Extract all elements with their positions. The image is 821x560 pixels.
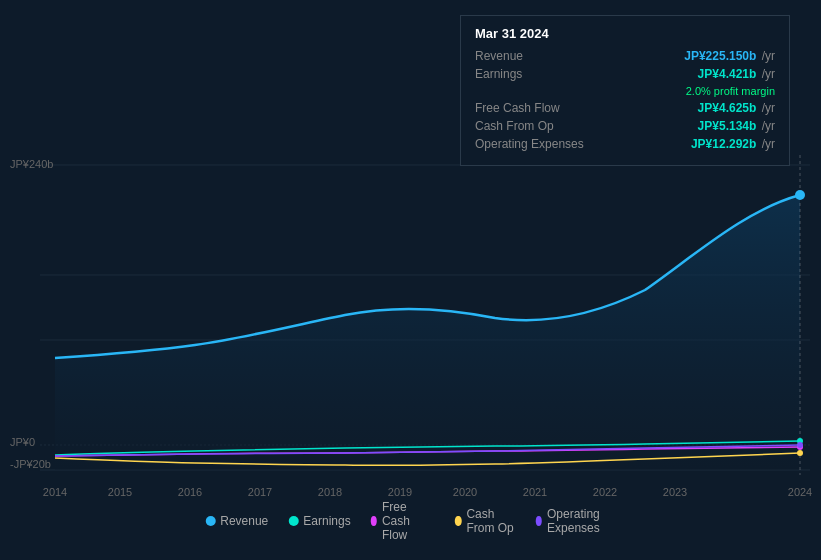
tooltip-label-earnings: Earnings	[475, 67, 605, 81]
legend-label-opex: Operating Expenses	[547, 507, 616, 535]
tooltip-row-opex: Operating Expenses JP¥12.292b /yr	[475, 137, 775, 151]
tooltip-label-opex: Operating Expenses	[475, 137, 605, 151]
x-label-2023: 2023	[663, 486, 687, 498]
legend-dot-cashfromop	[455, 516, 461, 526]
x-label-2021: 2021	[523, 486, 547, 498]
tooltip-value-revenue: JP¥225.150b	[684, 49, 756, 63]
legend-label-fcf: Free Cash Flow	[382, 500, 435, 542]
x-label-2014: 2014	[43, 486, 67, 498]
x-label-2022: 2022	[593, 486, 617, 498]
legend-item-opex[interactable]: Operating Expenses	[536, 507, 616, 535]
y-label-bot: -JP¥20b	[10, 458, 51, 470]
x-label-2017: 2017	[248, 486, 272, 498]
legend-item-cashfromop[interactable]: Cash From Op	[455, 507, 516, 535]
tooltip-label-revenue: Revenue	[475, 49, 605, 63]
x-label-2015: 2015	[108, 486, 132, 498]
x-label-2020: 2020	[453, 486, 477, 498]
tooltip-profit-margin: 2.0% profit margin	[686, 85, 775, 97]
legend-dot-earnings	[288, 516, 298, 526]
legend-item-fcf[interactable]: Free Cash Flow	[371, 500, 435, 542]
tooltip-value-opex: JP¥12.292b	[691, 137, 756, 151]
legend-item-revenue[interactable]: Revenue	[205, 514, 268, 528]
x-label-2019: 2019	[388, 486, 412, 498]
legend-label-cashfromop: Cash From Op	[466, 507, 515, 535]
legend-dot-fcf	[371, 516, 377, 526]
x-label-2016: 2016	[178, 486, 202, 498]
y-label-mid: JP¥0	[10, 436, 35, 448]
tooltip-label-fcf: Free Cash Flow	[475, 101, 605, 115]
tooltip-label-cashfromop: Cash From Op	[475, 119, 605, 133]
svg-point-10	[797, 442, 803, 448]
legend-dot-revenue	[205, 516, 215, 526]
legend-label-earnings: Earnings	[303, 514, 350, 528]
tooltip-row-revenue: Revenue JP¥225.150b /yr	[475, 49, 775, 63]
legend-dot-opex	[536, 516, 542, 526]
x-label-2024: 2024	[788, 486, 812, 498]
tooltip-row-profit-margin: 2.0% profit margin	[475, 85, 775, 97]
tooltip-value-fcf: JP¥4.625b	[698, 101, 757, 115]
svg-point-9	[797, 450, 803, 456]
tooltip-row-fcf: Free Cash Flow JP¥4.625b /yr	[475, 101, 775, 115]
tooltip-row-earnings: Earnings JP¥4.421b /yr	[475, 67, 775, 81]
legend-item-earnings[interactable]: Earnings	[288, 514, 350, 528]
tooltip-value-cashfromop: JP¥5.134b	[698, 119, 757, 133]
tooltip-panel: Mar 31 2024 Revenue JP¥225.150b /yr Earn…	[460, 15, 790, 166]
chart-container: Mar 31 2024 Revenue JP¥225.150b /yr Earn…	[0, 0, 821, 560]
legend-label-revenue: Revenue	[220, 514, 268, 528]
svg-point-6	[795, 190, 805, 200]
y-label-top: JP¥240b	[10, 158, 53, 170]
x-label-2018: 2018	[318, 486, 342, 498]
tooltip-date: Mar 31 2024	[475, 26, 775, 41]
chart-legend: Revenue Earnings Free Cash Flow Cash Fro…	[205, 500, 616, 542]
tooltip-value-earnings: JP¥4.421b	[698, 67, 757, 81]
tooltip-row-cashfromop: Cash From Op JP¥5.134b /yr	[475, 119, 775, 133]
